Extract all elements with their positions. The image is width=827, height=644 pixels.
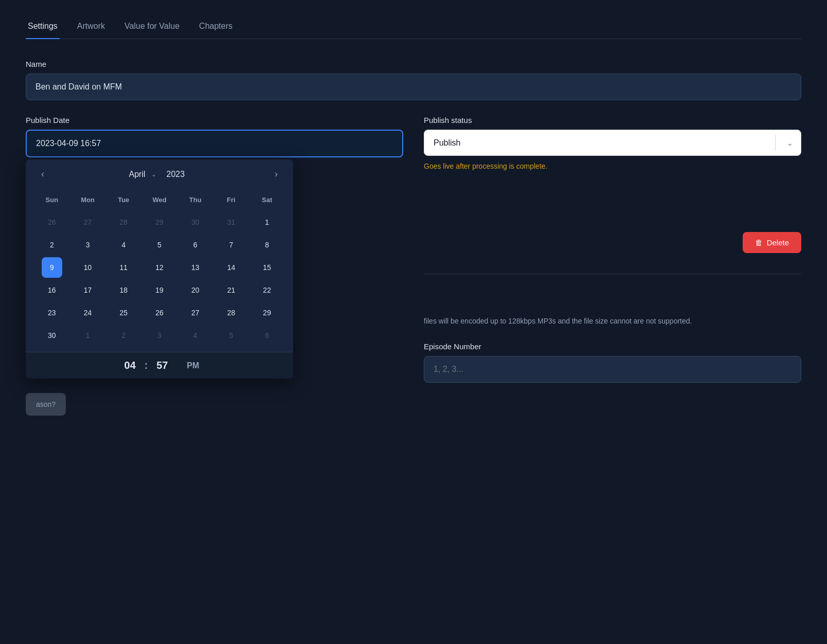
tab-settings[interactable]: Settings [26, 15, 60, 39]
weekday-mon: Mon [70, 193, 106, 207]
calendar-day[interactable]: 26 [149, 302, 170, 323]
calendar-day[interactable]: 6 [257, 325, 277, 346]
calendar-day[interactable]: 18 [113, 280, 134, 300]
calendar-day[interactable]: 30 [185, 212, 206, 232]
calendar-day[interactable]: 3 [149, 325, 170, 346]
calendar-next-button[interactable]: › [269, 167, 283, 182]
calendar-day[interactable]: 31 [221, 212, 241, 232]
calendar-day[interactable]: 7 [221, 235, 241, 255]
encoding-note: files will be encoded up to 128kbps MP3s… [424, 315, 732, 327]
name-section: Name [26, 60, 801, 100]
calendar-day-selected[interactable]: 9 [42, 257, 62, 278]
name-input[interactable] [26, 74, 801, 100]
calendar-day[interactable]: 5 [221, 325, 241, 346]
calendar-day[interactable]: 4 [113, 235, 134, 255]
calendar-dropdown: ‹ April ⌄ 2023 › [26, 159, 293, 379]
time-hour: 04 [120, 360, 140, 371]
calendar-day[interactable]: 17 [78, 280, 98, 300]
episode-number-section: Episode Number [424, 342, 801, 383]
calendar-month-wrapper: April ⌄ [129, 170, 156, 178]
calendar-prev-button[interactable]: ‹ [36, 167, 49, 182]
calendar-day[interactable]: 14 [221, 257, 241, 278]
publish-status-select-wrapper: Publish Draft Scheduled ⌄ [424, 130, 801, 156]
calendar-day[interactable]: 30 [42, 325, 62, 346]
calendar-day[interactable]: 23 [42, 302, 62, 323]
publish-date-label: Publish Date [26, 116, 403, 124]
calendar-day[interactable]: 6 [185, 235, 206, 255]
encoding-note-divider: files will be encoded up to 128kbps MP3s… [424, 274, 801, 327]
calendar-day[interactable]: 20 [185, 280, 206, 300]
calendar-day[interactable]: 1 [78, 325, 98, 346]
delete-button-area: 🗑 Delete [424, 232, 801, 263]
time-separator: : [145, 360, 148, 371]
weekday-tue: Tue [105, 193, 141, 207]
calendar-day[interactable]: 28 [221, 302, 241, 323]
calendar-day[interactable]: 11 [113, 257, 134, 278]
weekday-thu: Thu [177, 193, 213, 207]
episode-number-label: Episode Number [424, 342, 801, 351]
calendar-day[interactable]: 8 [257, 235, 277, 255]
calendar-day[interactable]: 29 [257, 302, 277, 323]
weekday-sat: Sat [249, 193, 285, 207]
date-input-wrapper: ‹ April ⌄ 2023 › [26, 130, 403, 157]
calendar-day[interactable]: 12 [149, 257, 170, 278]
season-row: ason? [26, 393, 801, 416]
calendar-day[interactable]: 27 [185, 302, 206, 323]
calendar-day[interactable]: 26 [42, 212, 62, 232]
calendar-weekdays: Sun Mon Tue Wed Thu Fri Sat [34, 189, 285, 211]
calendar-day[interactable]: 4 [185, 325, 206, 346]
calendar-day[interactable]: 16 [42, 280, 62, 300]
publish-date-column: Publish Date ‹ April ⌄ [26, 116, 403, 157]
calendar-day[interactable]: 5 [149, 235, 170, 255]
calendar-day[interactable]: 22 [257, 280, 277, 300]
calendar-day[interactable]: 2 [113, 325, 134, 346]
calendar-day[interactable]: 19 [149, 280, 170, 300]
calendar-grid: Sun Mon Tue Wed Thu Fri Sat 26 27 [26, 189, 293, 352]
calendar-year-select[interactable]: 2023 [167, 170, 185, 178]
calendar-day[interactable]: 21 [221, 280, 241, 300]
calendar-month-select[interactable]: April [129, 170, 156, 178]
calendar-header: ‹ April ⌄ 2023 › [26, 159, 293, 189]
delete-button[interactable]: 🗑 Delete [743, 232, 801, 253]
calendar-day[interactable]: 29 [149, 212, 170, 232]
publish-status-select[interactable]: Publish Draft Scheduled [424, 130, 801, 156]
time-minute: 57 [152, 360, 172, 371]
season-button-label: ason? [36, 400, 56, 408]
weekday-fri: Fri [213, 193, 249, 207]
season-button[interactable]: ason? [26, 393, 66, 416]
calendar-day[interactable]: 13 [185, 257, 206, 278]
time-ampm: PM [187, 361, 199, 370]
calendar-day[interactable]: 28 [113, 212, 134, 232]
goes-live-info: Goes live after processing is complete. [424, 162, 801, 170]
calendar-day[interactable]: 3 [78, 235, 98, 255]
publish-date-input[interactable] [26, 130, 403, 157]
calendar-day[interactable]: 25 [113, 302, 134, 323]
calendar-day[interactable]: 24 [78, 302, 98, 323]
calendar-day[interactable]: 1 [257, 212, 277, 232]
name-label: Name [26, 60, 801, 68]
calendar-day[interactable]: 15 [257, 257, 277, 278]
calendar-day[interactable]: 27 [78, 212, 98, 232]
publish-section: Publish Date ‹ April ⌄ [26, 116, 801, 383]
calendar-day[interactable]: 10 [78, 257, 98, 278]
publish-status-column: Publish status Publish Draft Scheduled ⌄… [424, 116, 801, 383]
tab-artwork[interactable]: Artwork [75, 15, 107, 39]
select-divider [775, 135, 776, 151]
tabs-bar: Settings Artwork Value for Value Chapter… [26, 15, 801, 39]
delete-button-label: Delete [767, 238, 789, 247]
episode-number-input[interactable] [424, 356, 801, 383]
weekday-sun: Sun [34, 193, 70, 207]
trash-icon: 🗑 [755, 238, 763, 247]
calendar-days: 26 27 28 29 30 31 1 2 3 4 5 6 [34, 211, 285, 347]
tab-chapters[interactable]: Chapters [197, 15, 235, 39]
tab-value-for-value[interactable]: Value for Value [122, 15, 182, 39]
calendar-day[interactable]: 2 [42, 235, 62, 255]
time-picker: 04 : 57 PM [26, 352, 293, 379]
weekday-wed: Wed [141, 193, 177, 207]
publish-status-label: Publish status [424, 116, 801, 124]
